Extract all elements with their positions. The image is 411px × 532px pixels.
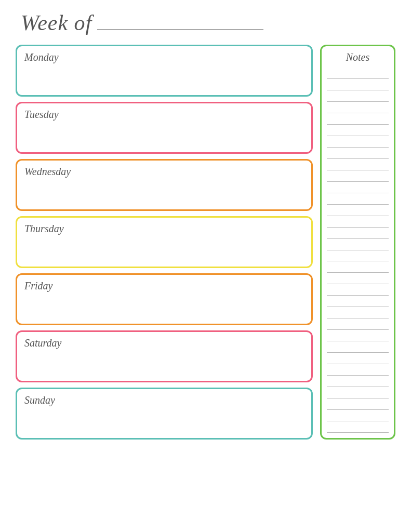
note-line-spacer (327, 239, 389, 250)
note-line-spacer (327, 410, 389, 421)
week-of-label: Week of (21, 10, 92, 35)
note-line-spacer (327, 398, 389, 409)
notes-title: Notes (327, 51, 389, 63)
wednesday-label: Wednesday (24, 166, 304, 178)
note-line-spacer (327, 353, 389, 364)
thursday-label: Thursday (24, 223, 304, 235)
sunday-label: Sunday (24, 394, 304, 406)
tuesday-box[interactable]: Tuesday (16, 102, 313, 154)
note-line-spacer (327, 364, 389, 375)
note-line-spacer (327, 421, 389, 432)
note-line-spacer (327, 136, 389, 147)
note-line-spacer (327, 170, 389, 181)
note-line-spacer (327, 341, 389, 352)
note-line-spacer (327, 113, 389, 124)
main-layout: Monday Tuesday Wednesday Thursday Friday… (16, 45, 395, 440)
note-line-spacer (327, 261, 389, 272)
wednesday-box[interactable]: Wednesday (16, 159, 313, 211)
note-line-spacer (327, 216, 389, 227)
sunday-box[interactable]: Sunday (16, 388, 313, 440)
note-line-spacer (327, 387, 389, 398)
note-line-spacer (327, 330, 389, 341)
days-column: Monday Tuesday Wednesday Thursday Friday… (16, 45, 313, 440)
note-line-spacer (327, 102, 389, 113)
tuesday-label: Tuesday (24, 109, 304, 121)
note-line-spacer (327, 284, 389, 295)
note-line (327, 432, 389, 433)
note-line-spacer (327, 307, 389, 318)
note-line-spacer (327, 125, 389, 136)
page-header: Week of (16, 10, 395, 35)
note-line-spacer (327, 193, 389, 204)
saturday-box[interactable]: Saturday (16, 330, 313, 382)
note-line-spacer (327, 273, 389, 284)
friday-label: Friday (24, 280, 304, 292)
note-line-spacer (327, 228, 389, 238)
saturday-label: Saturday (24, 337, 304, 349)
week-of-underline (97, 29, 263, 30)
note-line-spacer (327, 68, 389, 78)
note-line-spacer (327, 182, 389, 193)
note-line-spacer (327, 79, 389, 90)
note-line-spacer (327, 376, 389, 387)
note-line-spacer (327, 148, 389, 158)
note-line-spacer (327, 90, 389, 101)
note-line-spacer (327, 318, 389, 329)
notes-column[interactable]: Notes (320, 45, 395, 440)
friday-box[interactable]: Friday (16, 273, 313, 325)
note-line-spacer (327, 205, 389, 216)
monday-box[interactable]: Monday (16, 45, 313, 97)
note-line-spacer (327, 159, 389, 170)
monday-label: Monday (24, 51, 304, 63)
note-line-spacer (327, 250, 389, 261)
thursday-box[interactable]: Thursday (16, 216, 313, 268)
notes-lines (327, 68, 389, 433)
note-line-spacer (327, 296, 389, 307)
